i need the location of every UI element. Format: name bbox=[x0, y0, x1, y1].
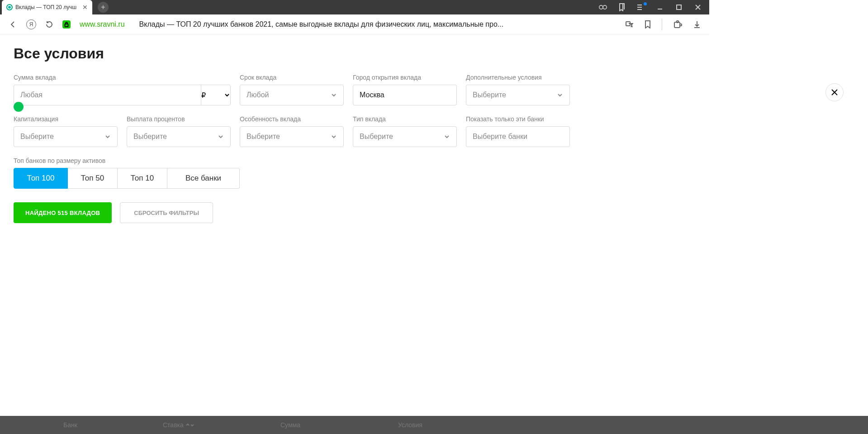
banks-label: Показать только эти банки bbox=[466, 115, 570, 123]
translate-icon[interactable] bbox=[626, 21, 634, 28]
field-extra: Дополнительные условия Выберите bbox=[466, 74, 570, 105]
banks-input[interactable]: Выберите банки bbox=[466, 126, 570, 147]
field-city: Город открытия вклада Москва bbox=[353, 74, 457, 105]
topbanks-option-100[interactable]: Топ 100 bbox=[14, 168, 68, 189]
tab-close-icon[interactable]: ✕ bbox=[82, 4, 88, 11]
type-select[interactable]: Выберите bbox=[353, 126, 457, 147]
svg-rect-6 bbox=[677, 5, 681, 10]
lock-icon[interactable] bbox=[62, 20, 71, 29]
chevron-down-icon bbox=[331, 134, 337, 139]
tab-title: Вклады — ТОП 20 лучш bbox=[15, 4, 80, 10]
chevron-down-icon bbox=[331, 93, 337, 97]
window-minimize-icon[interactable] bbox=[656, 3, 664, 11]
favicon-icon bbox=[6, 4, 13, 10]
field-banks: Показать только эти банки Выберите банки bbox=[466, 115, 570, 147]
chevron-down-icon bbox=[224, 93, 230, 97]
modal-title: Все условия bbox=[14, 45, 709, 62]
extra-select[interactable]: Выберите bbox=[466, 85, 570, 105]
term-label: Срок вклада bbox=[240, 74, 344, 81]
nav-reload-icon[interactable] bbox=[45, 20, 53, 29]
topbanks-option-10[interactable]: Топ 10 bbox=[118, 168, 167, 189]
city-label: Город открытия вклада bbox=[353, 74, 457, 81]
page-title-text: Вклады — ТОП 20 лучших банков 2021, самы… bbox=[139, 20, 617, 29]
field-payout: Выплата процентов Выберите bbox=[127, 115, 231, 147]
svg-point-1 bbox=[603, 5, 607, 9]
term-select[interactable]: Любой bbox=[240, 85, 344, 105]
filters-modal: Все условия Сумма вклада Любая ₽ Срок вк… bbox=[0, 34, 709, 355]
svg-rect-9 bbox=[65, 24, 68, 27]
cap-label: Капитализация bbox=[14, 115, 118, 123]
sidebar-icon[interactable] bbox=[637, 3, 645, 11]
feature-label: Особенность вклада bbox=[240, 115, 344, 123]
window-maximize-icon[interactable] bbox=[675, 3, 683, 11]
extensions-icon[interactable] bbox=[673, 20, 682, 29]
new-tab-button[interactable]: + bbox=[98, 2, 109, 13]
payout-label: Выплата процентов bbox=[127, 115, 231, 123]
topbanks-label: Топ банков по размеру активов bbox=[14, 157, 709, 164]
topbanks-option-50[interactable]: Топ 50 bbox=[68, 168, 118, 189]
topbanks-segmented: Топ 100 Топ 50 Топ 10 Все банки bbox=[14, 168, 240, 189]
field-cap: Капитализация Выберите bbox=[14, 115, 118, 147]
chevron-down-icon bbox=[218, 134, 224, 139]
currency-select[interactable]: ₽ bbox=[201, 85, 231, 105]
browser-tab-bar: Вклады — ТОП 20 лучш ✕ + bbox=[0, 0, 709, 14]
svg-point-0 bbox=[599, 5, 603, 9]
field-type: Тип вклада Выберите bbox=[353, 115, 457, 147]
toolbar-separator bbox=[662, 19, 662, 30]
reset-button[interactable]: СБРОСИТЬ ФИЛЬТРЫ bbox=[120, 202, 213, 223]
submit-button[interactable]: НАЙДЕНО 515 ВКЛАДОВ bbox=[14, 202, 112, 223]
browser-address-bar: Я www.sravni.ru Вклады — ТОП 20 лучших б… bbox=[0, 14, 709, 34]
field-topbanks: Топ банков по размеру активов Топ 100 То… bbox=[14, 157, 709, 189]
yandex-icon[interactable]: Я bbox=[26, 19, 36, 29]
nav-back-icon[interactable] bbox=[8, 20, 17, 29]
type-label: Тип вклада bbox=[353, 115, 457, 123]
currency-value: ₽ bbox=[201, 91, 206, 100]
field-term: Срок вклада Любой bbox=[240, 74, 344, 105]
city-input[interactable]: Москва bbox=[353, 85, 457, 105]
bookmark-icon[interactable] bbox=[645, 20, 651, 29]
window-close-icon[interactable] bbox=[694, 3, 702, 11]
cap-select[interactable]: Выберите bbox=[14, 126, 118, 147]
reader-icon[interactable] bbox=[599, 3, 607, 11]
feature-select[interactable]: Выберите bbox=[240, 126, 344, 147]
extra-label: Дополнительные условия bbox=[466, 74, 570, 81]
browser-tab[interactable]: Вклады — ТОП 20 лучш ✕ bbox=[2, 0, 92, 14]
url-text[interactable]: www.sravni.ru bbox=[80, 20, 125, 29]
field-feature: Особенность вклада Выберите bbox=[240, 115, 344, 147]
amount-input[interactable]: Любая bbox=[14, 85, 201, 105]
chevron-down-icon bbox=[104, 134, 111, 139]
svg-rect-13 bbox=[680, 24, 682, 26]
chevron-down-icon bbox=[557, 93, 563, 97]
field-amount: Сумма вклада Любая ₽ bbox=[14, 74, 231, 105]
amount-slider-thumb[interactable] bbox=[14, 102, 24, 112]
amount-label: Сумма вклада bbox=[14, 74, 231, 81]
downloads-icon[interactable] bbox=[693, 20, 701, 29]
topbanks-option-all[interactable]: Все банки bbox=[167, 168, 240, 189]
bookmarks-icon[interactable] bbox=[618, 3, 626, 11]
chevron-down-icon bbox=[444, 134, 450, 139]
payout-select[interactable]: Выберите bbox=[127, 126, 231, 147]
